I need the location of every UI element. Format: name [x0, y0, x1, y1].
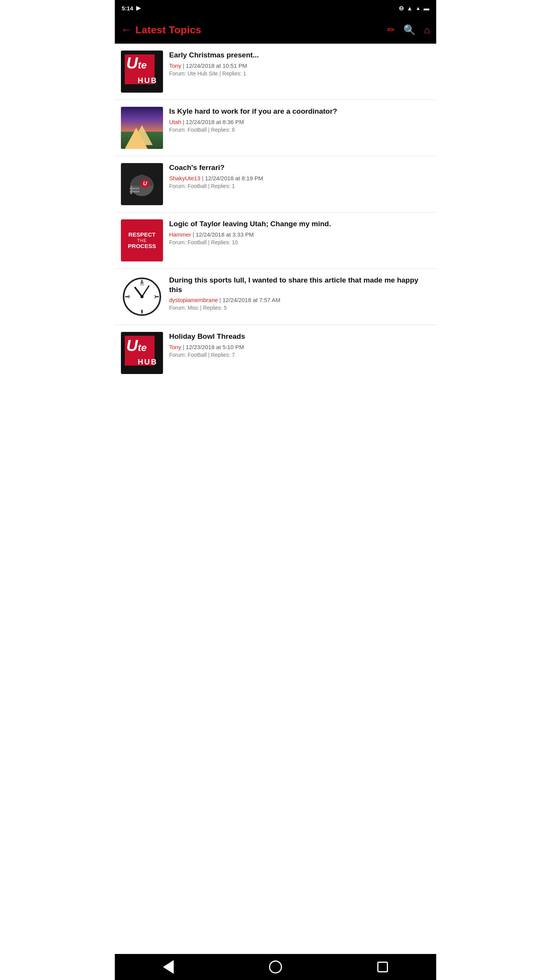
topic-author: Utah	[169, 119, 181, 125]
status-right: ⊖ ▲ ▲ ▬	[399, 5, 429, 12]
topic-title: Logic of Taylor leaving Utah; Change my …	[169, 219, 430, 229]
svg-rect-3	[130, 191, 140, 193]
toolbar-icons: ✏ 🔍 ⌂	[387, 24, 430, 36]
topic-meta: Tony | 12/24/2018 at 10:51 PM	[169, 62, 430, 69]
svg-rect-2	[130, 188, 140, 189]
topic-list: Ute HUB Early Christmas present... Tony …	[115, 44, 436, 954]
topic-thumbnail: Ute HUB	[121, 332, 163, 374]
svg-text:6: 6	[141, 309, 143, 314]
topic-forum: Forum: Misc | Replies: 5	[169, 305, 430, 311]
topic-title: During this sports lull, I wanted to sha…	[169, 276, 430, 294]
topic-forum: Forum: Football | Replies: 6	[169, 127, 430, 133]
topic-title: Coach's ferrari?	[169, 163, 430, 173]
topic-forum: Forum: Football | Replies: 7	[169, 352, 430, 358]
topic-title: Is Kyle hard to work for if you are a co…	[169, 107, 430, 116]
topic-content: Early Christmas present... Tony | 12/24/…	[169, 51, 430, 77]
list-item[interactable]: U Coach's ferrari? ShakyUte13 | 12/24/20…	[115, 156, 436, 212]
topic-author: ShakyUte13	[169, 175, 201, 181]
topic-meta: ShakyUte13 | 12/24/2018 at 8:19 PM	[169, 175, 430, 181]
topic-meta: Hammer | 12/24/2018 at 3:33 PM	[169, 231, 430, 238]
topic-thumbnail: 12 3 6 9	[121, 276, 163, 318]
play-icon: ▶	[136, 5, 141, 11]
block-icon: ⊖	[399, 5, 404, 12]
edit-icon[interactable]: ✏	[387, 24, 395, 35]
topic-author: Tony	[169, 344, 181, 350]
recent-nav-button[interactable]	[371, 956, 394, 978]
back-triangle-icon	[163, 960, 174, 974]
topic-author: Hammer	[169, 231, 191, 238]
topic-meta: Utah | 12/24/2018 at 8:36 PM	[169, 119, 430, 125]
list-item[interactable]: Is Kyle hard to work for if you are a co…	[115, 100, 436, 156]
topic-forum: Forum: Football | Replies: 10	[169, 239, 430, 245]
topic-meta: Tony | 12/23/2018 at 5:10 PM	[169, 344, 430, 350]
back-nav-button[interactable]	[157, 956, 180, 978]
topic-thumbnail: RESPECT THE PROCESS	[121, 219, 163, 261]
back-button[interactable]: ←	[121, 24, 132, 36]
topic-date: 12/24/2018 at 8:19 PM	[205, 175, 263, 181]
list-item[interactable]: Ute HUB Early Christmas present... Tony …	[115, 44, 436, 100]
topic-title: Early Christmas present...	[169, 51, 430, 60]
topic-content: During this sports lull, I wanted to sha…	[169, 276, 430, 311]
svg-text:U: U	[143, 180, 147, 186]
recent-square-icon	[377, 962, 388, 972]
svg-point-17	[140, 295, 143, 298]
status-time: 5:14	[122, 5, 133, 11]
topic-thumbnail: Ute HUB	[121, 51, 163, 93]
topic-content: Holiday Bowl Threads Tony | 12/23/2018 a…	[169, 332, 430, 358]
topic-content: Logic of Taylor leaving Utah; Change my …	[169, 219, 430, 245]
list-item[interactable]: RESPECT THE PROCESS Logic of Taylor leav…	[115, 212, 436, 269]
svg-text:9: 9	[128, 295, 130, 299]
search-icon[interactable]: 🔍	[403, 24, 416, 36]
topic-date: 12/24/2018 at 7:57 AM	[222, 297, 280, 303]
signal-icon: ▲	[416, 5, 421, 11]
page-title: Latest Topics	[135, 24, 201, 36]
svg-text:3: 3	[154, 295, 156, 299]
home-nav-button[interactable]	[264, 956, 287, 978]
status-left: 5:14 ▶	[122, 5, 141, 11]
topic-date: 12/24/2018 at 10:51 PM	[186, 62, 247, 69]
wifi-icon: ▲	[407, 5, 412, 11]
status-bar: 5:14 ▶ ⊖ ▲ ▲ ▬	[115, 0, 436, 16]
list-item[interactable]: 12 3 6 9 During this sports lull, I want…	[115, 269, 436, 325]
svg-rect-1	[130, 186, 132, 194]
topic-thumbnail	[121, 107, 163, 149]
topic-thumbnail: U	[121, 163, 163, 205]
bottom-nav	[115, 954, 436, 980]
home-icon[interactable]: ⌂	[424, 24, 430, 36]
toolbar-left: ← Latest Topics	[121, 24, 201, 36]
topic-forum: Forum: Football | Replies: 1	[169, 183, 430, 189]
topic-content: Coach's ferrari? ShakyUte13 | 12/24/2018…	[169, 163, 430, 189]
list-item[interactable]: Ute HUB Holiday Bowl Threads Tony | 12/2…	[115, 325, 436, 381]
topic-date: 12/23/2018 at 5:10 PM	[186, 344, 244, 350]
svg-text:12: 12	[140, 282, 144, 286]
topic-forum: Forum: Ute Hub Site | Replies: 1	[169, 70, 430, 77]
topic-author: Tony	[169, 62, 181, 69]
battery-icon: ▬	[424, 5, 429, 11]
topic-meta: dystopiamembrane | 12/24/2018 at 7:57 AM	[169, 297, 430, 303]
home-circle-icon	[269, 960, 282, 973]
topic-date: 12/24/2018 at 3:33 PM	[196, 231, 254, 238]
topic-date: 12/24/2018 at 8:36 PM	[186, 119, 244, 125]
topic-author: dystopiamembrane	[169, 297, 218, 303]
toolbar: ← Latest Topics ✏ 🔍 ⌂	[115, 16, 436, 44]
topic-title: Holiday Bowl Threads	[169, 332, 430, 341]
topic-content: Is Kyle hard to work for if you are a co…	[169, 107, 430, 133]
